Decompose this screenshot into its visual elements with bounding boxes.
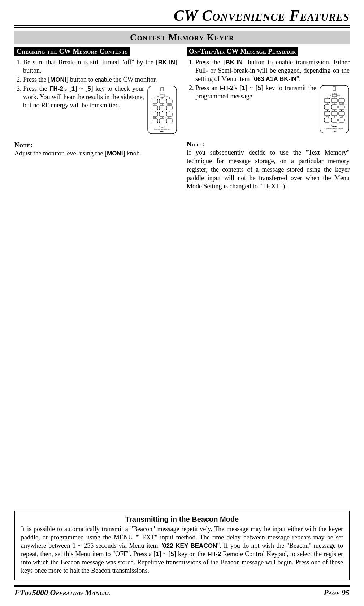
right-note-label: Note: xyxy=(187,140,350,149)
svg-text:4: 4 xyxy=(327,103,328,105)
text: Press the [ xyxy=(195,59,226,66)
beacon-title: Transmitting in the Beacon Mode xyxy=(21,515,343,524)
svg-rect-38 xyxy=(324,98,330,103)
svg-rect-52 xyxy=(332,111,337,116)
svg-rect-58 xyxy=(332,118,337,122)
svg-text:MEM: MEM xyxy=(167,103,172,106)
bold: BK-IN xyxy=(226,59,243,66)
svg-rect-44 xyxy=(324,105,330,109)
svg-rect-22 xyxy=(166,112,172,116)
beacon-box: Transmitting in the Beacon Mode It is po… xyxy=(14,511,350,580)
left-step-3: LOCK ON OFF 1 2 3 4 xyxy=(23,85,177,136)
svg-rect-1 xyxy=(161,88,164,91)
rule-thin xyxy=(14,27,350,28)
svg-rect-14 xyxy=(159,106,165,110)
footer-rule xyxy=(14,585,350,587)
svg-rect-26 xyxy=(159,119,165,123)
text: Press an xyxy=(195,84,220,91)
page-title: CW Convenience Features xyxy=(14,8,350,23)
svg-rect-40 xyxy=(332,98,337,103)
text: "). xyxy=(280,183,287,190)
footer: FTdx5000 Operating Manual Page 95 xyxy=(14,585,350,597)
svg-rect-18 xyxy=(152,112,158,116)
left-step-1: Be sure that Break-in is still turned "o… xyxy=(23,58,177,75)
svg-rect-8 xyxy=(159,99,165,103)
svg-text:ON: ON xyxy=(329,95,331,97)
left-steps: Be sure that Break-in is still turned "o… xyxy=(14,58,177,136)
text: Adjust the monitor level using the [ xyxy=(14,150,107,157)
svg-text:MEM: MEM xyxy=(339,103,344,105)
svg-text:OFF: OFF xyxy=(337,95,340,97)
text: ] ~ [ xyxy=(75,85,87,92)
svg-rect-50 xyxy=(324,111,330,116)
text: Press the xyxy=(23,85,49,92)
text: ] key on the xyxy=(174,550,207,558)
keypad-icon: LOCK ON OFF 1 2 3 4 5 MEM ◂ xyxy=(319,85,350,134)
svg-rect-6 xyxy=(152,99,158,103)
svg-text:◂: ◂ xyxy=(155,110,156,112)
svg-text:◂: ◂ xyxy=(327,109,328,111)
svg-text:P/B: P/B xyxy=(153,116,157,119)
svg-rect-48 xyxy=(339,105,344,109)
bold: 022 KEY BEACON xyxy=(163,542,217,549)
svg-text:P/B: P/B xyxy=(326,116,329,118)
svg-text:ON: ON xyxy=(157,95,159,97)
bold: 5 xyxy=(170,551,174,558)
right-step-2: LOCK ON OFF 1 2 3 4 5 MEM ◂ xyxy=(195,84,350,135)
svg-text:2: 2 xyxy=(162,97,163,99)
svg-text:2: 2 xyxy=(334,96,335,98)
bold: 1 xyxy=(72,85,75,92)
text: Be sure that Break-in is still turned "o… xyxy=(23,59,158,66)
svg-text:REMOTE CONTROL KEYPAD: REMOTE CONTROL KEYPAD xyxy=(154,129,171,131)
svg-text:1: 1 xyxy=(155,97,156,99)
svg-text:REMOTE CONTROL KEYPAD: REMOTE CONTROL KEYPAD xyxy=(326,128,343,130)
left-column: Checking the CW Memory Contents Be sure … xyxy=(14,47,177,191)
svg-text:4: 4 xyxy=(155,103,156,106)
svg-text:▴: ▴ xyxy=(162,110,163,112)
right-step-1: Press the [BK-IN] button to enable trans… xyxy=(195,58,350,83)
svg-rect-56 xyxy=(324,118,330,122)
text: ] button to enable the CW monitor. xyxy=(66,76,157,83)
text: Press the [ xyxy=(23,76,50,83)
svg-text:FH-2: FH-2 xyxy=(160,131,164,133)
bold: 063 A1A BK-IN xyxy=(254,76,296,82)
svg-text:LOCK: LOCK xyxy=(332,93,337,94)
svg-rect-28 xyxy=(166,119,172,123)
text: ". xyxy=(296,75,301,82)
svg-text:LOCK: LOCK xyxy=(160,93,165,95)
bold: FH-2 xyxy=(49,85,63,92)
svg-text:DEC: DEC xyxy=(340,116,344,118)
svg-text:▴: ▴ xyxy=(334,109,335,111)
text: 's [ xyxy=(234,84,242,91)
text: 's [ xyxy=(63,85,72,92)
svg-text:▸: ▸ xyxy=(169,110,170,112)
left-note-body: Adjust the monitor level using the [MONI… xyxy=(14,149,177,158)
bold: FH-2 xyxy=(220,85,234,91)
svg-rect-54 xyxy=(339,111,344,116)
bold: MONI xyxy=(107,150,123,157)
right-note-body: If you subsequently decide to use the "T… xyxy=(187,149,350,190)
right-steps: Press the [BK-IN] button to enable trans… xyxy=(187,58,350,135)
svg-rect-16 xyxy=(166,106,172,110)
bold: 1 xyxy=(242,85,245,91)
mono: TEXT xyxy=(262,183,280,190)
left-subhead: Checking the CW Memory Contents xyxy=(14,47,130,56)
svg-rect-46 xyxy=(332,105,337,109)
svg-rect-20 xyxy=(159,112,165,116)
text: ] ~ [ xyxy=(159,550,170,558)
svg-rect-33 xyxy=(333,87,336,90)
svg-rect-60 xyxy=(339,118,344,122)
svg-text:1: 1 xyxy=(327,96,328,98)
svg-rect-12 xyxy=(152,106,158,110)
keypad-icon: LOCK ON OFF 1 2 3 4 xyxy=(147,85,177,135)
left-step-2: Press the [MONI] button to enable the CW… xyxy=(23,76,177,84)
left-note-label: Note: xyxy=(14,141,177,149)
svg-rect-42 xyxy=(339,98,344,103)
svg-text:3: 3 xyxy=(341,96,342,98)
bold: 5 xyxy=(87,85,91,92)
svg-rect-24 xyxy=(152,119,158,123)
svg-text:FH-2: FH-2 xyxy=(332,130,337,132)
beacon-body: It is possible to automatically transmit… xyxy=(21,525,343,575)
svg-text:▾: ▾ xyxy=(162,116,163,119)
bold: FH-2 xyxy=(207,551,221,558)
